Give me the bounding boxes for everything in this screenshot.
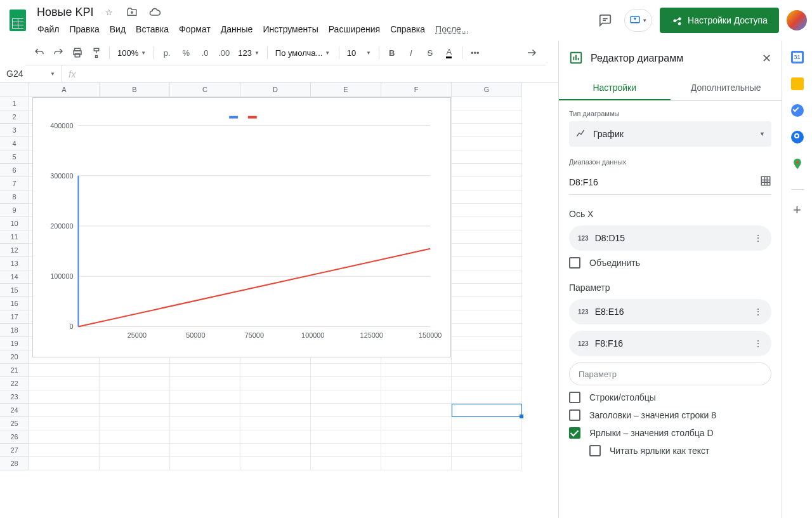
share-button[interactable]: Настройки Доступа: [660, 8, 779, 33]
collapse-toolbar-button[interactable]: [523, 44, 540, 62]
row-header[interactable]: 13: [0, 257, 29, 270]
menu-format[interactable]: Формат: [174, 22, 215, 37]
tab-customize[interactable]: Дополнительные: [671, 76, 782, 100]
move-icon[interactable]: [124, 4, 140, 20]
text-color-button[interactable]: A: [440, 44, 458, 62]
row-header[interactable]: 18: [0, 324, 29, 337]
menu-view[interactable]: Вид: [105, 22, 130, 37]
bold-button[interactable]: B: [383, 44, 401, 62]
row-header[interactable]: 6: [0, 164, 29, 177]
xaxis-chip[interactable]: 123D8:D15⋮: [569, 225, 771, 251]
cloud-icon[interactable]: [147, 4, 162, 20]
col-header[interactable]: G: [452, 83, 522, 97]
row-header[interactable]: 28: [0, 457, 29, 470]
currency-button[interactable]: р.: [158, 44, 176, 62]
grid-select-icon[interactable]: [760, 175, 771, 189]
italic-button[interactable]: I: [402, 44, 420, 62]
row-header[interactable]: 14: [0, 270, 29, 284]
add-series-button[interactable]: Параметр: [569, 362, 771, 385]
more-icon[interactable]: ⋮: [754, 338, 763, 349]
select-all-corner[interactable]: [0, 83, 29, 97]
row-header[interactable]: 7: [0, 177, 29, 190]
col-header[interactable]: E: [311, 83, 381, 97]
keep-icon[interactable]: [791, 77, 804, 90]
aggregate-checkbox[interactable]: Объединить: [569, 257, 771, 269]
sheets-logo[interactable]: [5, 8, 30, 33]
font-size-select[interactable]: 10▼: [343, 44, 375, 62]
row-header[interactable]: 16: [0, 297, 29, 310]
row-header[interactable]: 22: [0, 377, 29, 390]
add-addon-button[interactable]: +: [791, 204, 804, 216]
print-button[interactable]: [69, 44, 86, 62]
decrease-decimal-button[interactable]: .0: [196, 44, 214, 62]
more-formats-button[interactable]: 123▼: [234, 44, 263, 62]
row-header[interactable]: 10: [0, 217, 29, 230]
more-icon[interactable]: ⋮: [754, 307, 763, 317]
more-icon[interactable]: ⋮: [754, 233, 763, 243]
row-header[interactable]: 21: [0, 364, 29, 377]
undo-button[interactable]: [30, 44, 48, 62]
row-header[interactable]: 3: [0, 124, 29, 137]
font-select[interactable]: По умолча...▼: [272, 44, 335, 62]
switch-rows-cols-checkbox[interactable]: Строки/столбцы: [569, 392, 771, 403]
menu-extensions[interactable]: Расширения: [324, 22, 384, 37]
row-header[interactable]: 4: [0, 137, 29, 150]
col-header[interactable]: F: [381, 83, 452, 97]
row-header[interactable]: 26: [0, 430, 29, 444]
zoom-select[interactable]: 100%▼: [114, 44, 150, 62]
close-panel-button[interactable]: ✕: [762, 51, 771, 65]
present-button[interactable]: ▼: [624, 9, 652, 32]
row-header[interactable]: 11: [0, 230, 29, 244]
paint-format-button[interactable]: [88, 44, 105, 62]
tasks-icon[interactable]: [791, 104, 804, 117]
account-avatar[interactable]: [787, 10, 807, 30]
menu-tools[interactable]: Инструменты: [258, 22, 322, 37]
row-header[interactable]: 1: [0, 97, 29, 110]
menu-last-edit[interactable]: После...: [431, 22, 473, 37]
tab-setup[interactable]: Настройки: [559, 76, 671, 100]
row-header[interactable]: 8: [0, 190, 29, 204]
chart-icon: [569, 51, 583, 67]
contacts-icon[interactable]: [791, 131, 804, 143]
row-header[interactable]: 27: [0, 444, 29, 457]
strikethrough-button[interactable]: S: [421, 44, 439, 62]
name-box[interactable]: G24▼: [0, 65, 62, 82]
row-header[interactable]: 25: [0, 417, 29, 430]
row-header[interactable]: 9: [0, 204, 29, 217]
menu-edit[interactable]: Правка: [65, 22, 103, 37]
redo-button[interactable]: [49, 44, 67, 62]
headers-checkbox[interactable]: Заголовки – значения строки 8: [569, 409, 771, 421]
data-range-input[interactable]: D8:F16: [569, 169, 771, 195]
row-header[interactable]: 17: [0, 310, 29, 324]
row-header[interactable]: 19: [0, 337, 29, 350]
menu-insert[interactable]: Вставка: [131, 22, 173, 37]
maps-icon[interactable]: [791, 157, 804, 170]
row-header[interactable]: 12: [0, 244, 29, 257]
row-header[interactable]: 5: [0, 150, 29, 164]
increase-decimal-button[interactable]: .00: [215, 44, 233, 62]
comments-icon[interactable]: [598, 13, 613, 28]
series-chip-2[interactable]: 123F8:F16⋮: [569, 331, 771, 356]
series-chip-1[interactable]: 123E8:E16⋮: [569, 299, 771, 324]
row-header[interactable]: 23: [0, 390, 29, 404]
star-icon[interactable]: ☆: [102, 4, 117, 20]
row-header[interactable]: 20: [0, 350, 29, 364]
menu-file[interactable]: Файл: [33, 22, 63, 37]
embedded-chart[interactable]: 0100000200000300000400000250005000075000…: [32, 97, 451, 357]
treat-labels-as-text-checkbox[interactable]: Читать ярлыки как текст: [589, 445, 771, 456]
percent-button[interactable]: %: [177, 44, 195, 62]
labels-checkbox[interactable]: Ярлыки – значения столбца D: [569, 427, 771, 439]
col-header[interactable]: D: [240, 83, 311, 97]
chart-type-select[interactable]: График ▼: [569, 121, 771, 147]
row-header[interactable]: 2: [0, 110, 29, 124]
more-toolbar-button[interactable]: •••: [466, 44, 484, 62]
col-header[interactable]: C: [170, 83, 240, 97]
row-header[interactable]: 15: [0, 284, 29, 297]
col-header[interactable]: A: [29, 83, 100, 97]
row-header[interactable]: 24: [0, 404, 29, 417]
calendar-icon[interactable]: 31: [791, 51, 804, 63]
menu-data[interactable]: Данные: [216, 22, 258, 37]
col-header[interactable]: B: [100, 83, 170, 97]
menu-help[interactable]: Справка: [386, 22, 429, 37]
doc-title[interactable]: Новые KPI: [33, 4, 98, 20]
